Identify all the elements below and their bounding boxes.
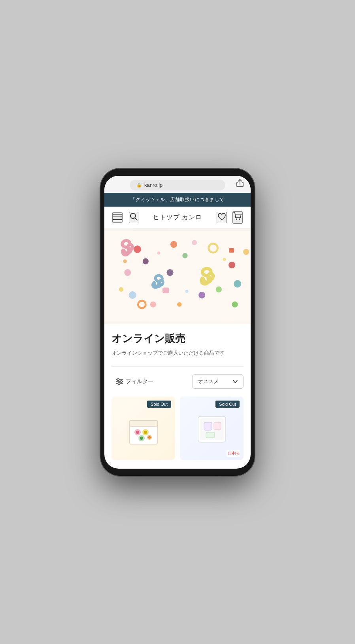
- svg-point-20: [150, 301, 156, 307]
- hero-image: [104, 229, 251, 324]
- filter-bar: フィルター オススメ: [111, 374, 244, 389]
- lock-icon: 🔒: [136, 182, 142, 188]
- sold-out-badge: Sold Out: [147, 401, 171, 408]
- svg-point-37: [121, 380, 123, 382]
- svg-point-5: [236, 218, 237, 220]
- svg-point-9: [124, 269, 131, 275]
- share-button[interactable]: [236, 179, 244, 189]
- svg-rect-7: [104, 231, 251, 321]
- phone-screen: 🔒 kanro.jp 「グミッツェル」店舗取扱いにつきまして: [104, 176, 251, 469]
- svg-point-14: [228, 262, 235, 268]
- product-label-tag: 日本限: [227, 450, 240, 457]
- svg-rect-15: [162, 287, 169, 293]
- nav-logo: ヒトツブ カンロ: [153, 213, 202, 222]
- svg-point-47: [140, 437, 143, 440]
- svg-point-12: [182, 253, 187, 258]
- svg-point-11: [170, 241, 177, 247]
- svg-rect-40: [130, 420, 157, 426]
- svg-point-48: [148, 436, 151, 439]
- sort-label: オススメ: [198, 378, 219, 385]
- nav-bar: ヒトツブ カンロ: [104, 207, 251, 229]
- svg-line-4: [135, 218, 138, 220]
- svg-point-29: [223, 258, 226, 261]
- url-text: kanro.jp: [144, 182, 162, 188]
- sort-dropdown[interactable]: オススメ: [192, 374, 244, 389]
- svg-point-38: [118, 382, 120, 384]
- svg-rect-52: [214, 422, 221, 429]
- svg-point-8: [134, 245, 141, 253]
- announcement-banner[interactable]: 「グミッツェル」店舗取扱いにつきまして: [104, 193, 251, 207]
- page-content: オンライン販売 オンラインショップでご購入いただける商品です フィルター: [104, 324, 251, 468]
- svg-point-46: [144, 431, 147, 434]
- svg-point-23: [119, 287, 123, 291]
- phone-frame: 🔒 kanro.jp 「グミッツェル」店舗取扱いにつきまして: [100, 169, 255, 476]
- page-title: オンライン販売: [111, 332, 244, 346]
- sold-out-badge: Sold Out: [215, 401, 240, 408]
- svg-point-32: [243, 249, 249, 255]
- hamburger-menu-button[interactable]: [112, 212, 123, 223]
- nav-right: [217, 211, 243, 224]
- product-card[interactable]: Sold Out: [111, 397, 175, 460]
- divider: [111, 366, 244, 367]
- announcement-text: 「グミッツェル」店舗取扱いにつきまして: [130, 197, 225, 202]
- svg-point-25: [192, 239, 197, 245]
- svg-point-10: [143, 258, 149, 264]
- svg-point-17: [198, 291, 205, 298]
- svg-point-19: [216, 286, 222, 292]
- svg-rect-53: [206, 432, 215, 438]
- product-illustration-left: [124, 410, 163, 446]
- svg-point-28: [157, 251, 161, 255]
- svg-point-16: [129, 291, 136, 298]
- svg-point-22: [234, 280, 241, 287]
- cart-button[interactable]: [232, 211, 243, 224]
- filter-icon: [116, 378, 123, 385]
- chevron-down-icon: [233, 380, 238, 383]
- product-card[interactable]: 日本限 Sold Out: [180, 397, 244, 460]
- filter-label: フィルター: [126, 378, 153, 385]
- url-bar[interactable]: 🔒 kanro.jp: [130, 180, 225, 190]
- product-illustration-right: [194, 408, 230, 448]
- wishlist-button[interactable]: [217, 212, 227, 223]
- svg-point-36: [117, 378, 119, 380]
- svg-rect-21: [229, 248, 234, 252]
- svg-point-45: [136, 431, 139, 434]
- svg-point-6: [239, 218, 240, 220]
- svg-rect-51: [204, 422, 212, 430]
- page-subtitle: オンラインショップでご購入いただける商品です: [111, 350, 244, 357]
- product-grid: Sold Out: [111, 397, 244, 460]
- nav-left: [112, 212, 138, 223]
- svg-point-30: [185, 290, 189, 293]
- search-button[interactable]: [129, 212, 138, 223]
- svg-point-31: [123, 259, 127, 263]
- svg-point-24: [166, 269, 173, 275]
- svg-point-18: [177, 302, 181, 306]
- status-bar: 🔒 kanro.jp: [104, 176, 251, 193]
- filter-button[interactable]: フィルター: [111, 375, 158, 388]
- svg-point-27: [232, 301, 238, 307]
